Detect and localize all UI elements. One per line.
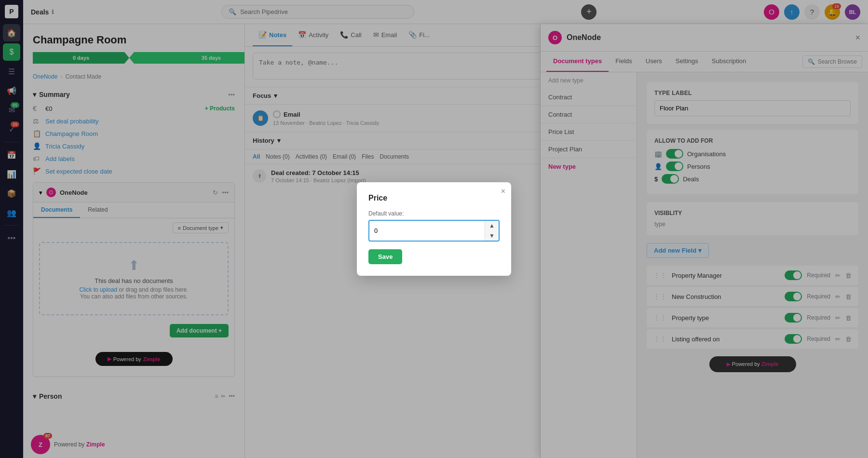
modal: Price × Default value: ▲ ▼ Save bbox=[357, 182, 511, 276]
modal-default-value-field: Default value: ▲ ▼ bbox=[368, 210, 500, 242]
modal-close-button[interactable]: × bbox=[501, 187, 505, 196]
modal-value-input[interactable] bbox=[369, 223, 485, 238]
spinner-down-button[interactable]: ▼ bbox=[485, 231, 499, 241]
spinner-up-button[interactable]: ▲ bbox=[485, 221, 499, 231]
modal-field-label: Default value: bbox=[368, 210, 500, 217]
modal-spinner: ▲ ▼ bbox=[485, 221, 499, 241]
modal-overlay[interactable]: Price × Default value: ▲ ▼ Save bbox=[0, 0, 868, 458]
modal-title: Price bbox=[368, 194, 500, 202]
modal-save-button[interactable]: Save bbox=[368, 249, 402, 264]
modal-input-wrap: ▲ ▼ bbox=[368, 220, 500, 242]
